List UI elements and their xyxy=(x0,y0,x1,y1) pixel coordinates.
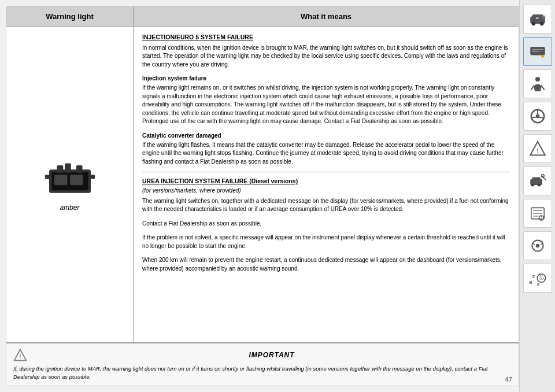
sidebar-item-triangle[interactable]: ! xyxy=(523,134,552,163)
svg-line-25 xyxy=(531,86,534,89)
svg-line-26 xyxy=(541,86,544,89)
svg-rect-2 xyxy=(57,165,63,173)
svg-text:!: ! xyxy=(19,354,21,360)
sidebar-item-steering[interactable] xyxy=(523,102,552,131)
main-section-title: INJECTION/EURO 5 SYSTEM FAILURE xyxy=(142,33,510,42)
important-text: If, during the ignition device to MAR, t… xyxy=(13,365,512,381)
sidebar-item-settings[interactable] xyxy=(523,199,552,228)
svg-rect-3 xyxy=(65,163,71,172)
svg-point-28 xyxy=(535,114,539,118)
person-icon xyxy=(528,75,547,93)
svg-text:S: S xyxy=(536,282,539,287)
svg-text:D: D xyxy=(539,277,542,280)
urea-body1: The warning light switches on, together … xyxy=(142,197,510,214)
svg-rect-8 xyxy=(70,175,83,185)
sidebar-item-entertainment[interactable]: ♪ xyxy=(523,231,552,260)
injection-failure-title: Injection system failure xyxy=(142,75,510,83)
svg-rect-6 xyxy=(90,175,95,179)
svg-point-14 xyxy=(540,22,543,25)
urea-body3: If the problem is not solved, a specific… xyxy=(142,234,510,250)
svg-rect-5 xyxy=(45,175,50,179)
svg-point-37 xyxy=(538,184,541,187)
main-body: amber INJECTION/EURO 5 SYSTEM FAILURE In… xyxy=(6,27,519,342)
important-triangle-icon: ! xyxy=(13,348,27,362)
svg-text:Z: Z xyxy=(532,274,535,279)
svg-point-13 xyxy=(531,22,535,25)
svg-text:♪: ♪ xyxy=(541,239,543,243)
car-info-icon: i xyxy=(528,10,547,28)
svg-text:B: B xyxy=(529,280,532,285)
entertainment-icon: ♪ xyxy=(528,236,547,255)
svg-text:!: ! xyxy=(536,147,539,154)
sidebar-item-car-info[interactable]: i xyxy=(523,5,552,34)
svg-point-39 xyxy=(541,175,544,177)
svg-point-24 xyxy=(535,77,540,82)
important-header: ! IMPORTANT xyxy=(13,348,512,362)
what-it-means-header: What it means xyxy=(134,6,519,27)
sidebar-item-person[interactable] xyxy=(523,69,552,98)
svg-text:i: i xyxy=(543,16,543,19)
steering-icon xyxy=(528,107,547,125)
page-number: 47 xyxy=(502,375,516,384)
right-sidebar: i ! ! xyxy=(519,0,555,392)
catalytic-body: If the warning light flashes, it means t… xyxy=(142,141,510,167)
urea-section: UREA INJECTION SYSTEM FAILURE (Diesel ve… xyxy=(142,172,510,273)
svg-rect-4 xyxy=(76,165,82,173)
urea-title: UREA INJECTION SYSTEM FAILURE (Diesel ve… xyxy=(142,177,510,186)
warning-light-header: Warning light xyxy=(6,6,134,27)
svg-text:A: A xyxy=(542,277,545,280)
svg-rect-7 xyxy=(54,175,68,185)
main-section-intro: In normal conditions, when the ignition … xyxy=(142,44,510,69)
catalytic-title: Catalytic converter damaged xyxy=(142,132,510,140)
important-label: IMPORTANT xyxy=(32,351,512,359)
svg-point-48 xyxy=(535,244,539,247)
sidebar-item-letters[interactable]: Z B S E A D xyxy=(523,264,552,293)
important-section: ! IMPORTANT If, during the ignition devi… xyxy=(6,342,519,386)
svg-rect-15 xyxy=(535,17,538,19)
color-label: amber xyxy=(60,204,79,212)
settings-list-icon xyxy=(528,204,547,223)
svg-rect-19 xyxy=(530,47,545,55)
letters-icon: Z B S E A D xyxy=(528,269,547,287)
injection-failure-body: If the warning light remains on, or it s… xyxy=(142,84,510,126)
road-triangle-icon: ! xyxy=(528,139,547,158)
sidebar-item-warning[interactable]: ! xyxy=(523,37,552,66)
car-wrench-icon xyxy=(528,172,547,190)
sidebar-item-car-wrench[interactable] xyxy=(523,167,552,195)
content-column: INJECTION/EURO 5 SYSTEM FAILURE In norma… xyxy=(134,27,519,342)
urea-subtitle: (for versions/markets, where provided) xyxy=(142,187,510,195)
engine-warning-icon xyxy=(44,158,96,199)
table-header: Warning light What it means xyxy=(6,6,519,27)
svg-text:!: ! xyxy=(542,55,543,58)
warning-message-icon: ! xyxy=(528,42,547,61)
warning-light-column: amber xyxy=(6,27,134,342)
urea-body4: When 200 km will remain to prevent the e… xyxy=(142,256,510,273)
urea-body2: Contact a Fiat Dealership as soon as pos… xyxy=(142,220,510,228)
svg-rect-35 xyxy=(532,177,540,181)
svg-point-36 xyxy=(531,184,534,187)
